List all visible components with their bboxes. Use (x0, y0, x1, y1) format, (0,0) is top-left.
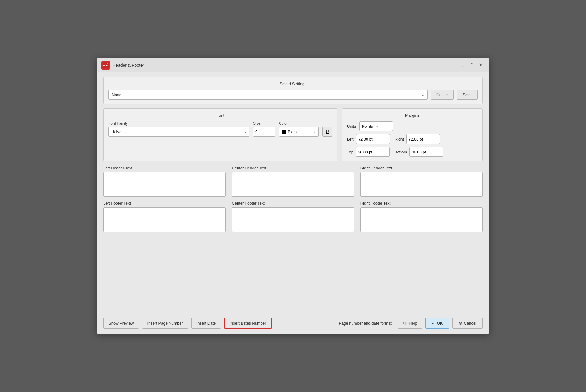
bottom-margin-input[interactable] (410, 150, 443, 154)
left-label: Left (347, 137, 354, 141)
bottom-bar: Show Preview Insert Page Number Insert D… (97, 314, 489, 334)
minimize-button[interactable]: ⌄ (459, 62, 467, 69)
font-size-label: Size (253, 121, 275, 126)
margins-left-right-row: Left ▲ ▼ Right (347, 134, 478, 144)
right-header-group: Right Header Text (360, 166, 483, 197)
help-icon: ⚙ (403, 321, 407, 326)
left-footer-input[interactable] (103, 207, 226, 232)
insert-page-number-button[interactable]: Insert Page Number (142, 318, 188, 329)
left-margin-input-wrap: ▲ ▼ (356, 134, 390, 144)
center-footer-input[interactable] (232, 207, 354, 232)
font-size-input[interactable] (253, 130, 275, 134)
bottom-left: Show Preview Insert Page Number Insert D… (103, 318, 272, 329)
units-label: Units (347, 124, 356, 129)
top-margin-input-wrap: ▲ ▼ (356, 147, 390, 157)
right-margin-item: Right ▲ ▼ (395, 134, 440, 144)
top-margin-item: Top ▲ ▼ (347, 147, 390, 157)
right-header-input[interactable] (360, 172, 483, 197)
chevron-down-icon: ⌄ (421, 93, 424, 97)
bottom-margin-item: Bottom ▲ ▼ (394, 147, 443, 157)
ok-label: OK (437, 321, 443, 326)
text-areas-section: Left Header Text Center Header Text Righ… (103, 166, 483, 232)
show-preview-button[interactable]: Show Preview (103, 318, 139, 329)
window-title: Header & Footer (112, 63, 144, 68)
left-header-group: Left Header Text (103, 166, 226, 197)
font-color-chevron-icon: ⌄ (313, 130, 316, 134)
center-header-label: Center Header Text (232, 166, 354, 170)
app-icon: PDF (101, 61, 110, 70)
center-header-group: Center Header Text (232, 166, 354, 197)
close-button[interactable]: ✕ (477, 62, 485, 69)
insert-date-button[interactable]: Insert Date (191, 318, 221, 329)
margins-top-bottom-row: Top ▲ ▼ Bottom (347, 147, 478, 157)
ok-button[interactable]: ✓ OK (425, 318, 449, 329)
insert-bates-number-button[interactable]: Insert Bates Number (224, 318, 272, 329)
title-bar-controls: ⌄ ⌃ ✕ (459, 62, 485, 69)
right-footer-group: Right Footer Text (360, 201, 483, 232)
saved-settings-title: Saved Settings (108, 81, 478, 86)
font-family-chevron-icon: ⌄ (244, 130, 247, 134)
font-family-group: Font Family Helvetica ⌄ (108, 121, 249, 137)
font-size-group: Size ▲ ▼ (253, 121, 275, 137)
cancel-button[interactable]: ⊘ Cancel (452, 318, 483, 329)
bottom-margin-input-wrap: ▲ ▼ (409, 147, 443, 157)
title-bar-left: PDF Header & Footer (101, 61, 144, 70)
underline-icon: U (326, 129, 329, 134)
top-label: Top (347, 150, 353, 154)
center-footer-group: Center Footer Text (232, 201, 354, 232)
help-button[interactable]: ⚙ Help (398, 318, 422, 329)
svg-text:PDF: PDF (103, 64, 109, 67)
units-chevron-icon: ⌄ (375, 124, 378, 128)
units-dropdown[interactable]: Points ⌄ (359, 121, 393, 131)
left-footer-label: Left Footer Text (103, 201, 226, 205)
margins-title: Margins (347, 113, 478, 118)
left-margin-input[interactable] (356, 137, 390, 141)
font-family-value: Helvetica (111, 130, 127, 134)
right-footer-label: Right Footer Text (360, 201, 483, 205)
font-color-value: Black (288, 130, 311, 134)
center-header-input[interactable] (232, 172, 354, 197)
header-text-row: Left Header Text Center Header Text Righ… (103, 166, 483, 197)
units-value: Points (362, 124, 373, 129)
footer-text-row: Left Footer Text Center Footer Text Righ… (103, 201, 483, 232)
color-swatch-black (282, 130, 286, 134)
font-family-label: Font Family (108, 121, 249, 126)
font-color-label: Color (279, 121, 319, 126)
cancel-label: Cancel (464, 321, 476, 326)
saved-settings-row: None ⌄ Delete Save (108, 90, 478, 100)
left-footer-group: Left Footer Text (103, 201, 226, 232)
saved-settings-dropdown[interactable]: None ⌄ (108, 90, 428, 100)
cancel-icon: ⊘ (459, 321, 462, 326)
left-header-input[interactable] (103, 172, 226, 197)
font-section: Font Font Family Helvetica ⌄ Size (103, 108, 337, 161)
font-controls: Font Family Helvetica ⌄ Size ▲ ▼ (108, 121, 332, 137)
margins-grid: Units Points ⌄ Left ▲ (347, 121, 478, 157)
bottom-label: Bottom (394, 150, 407, 154)
help-label: Help (409, 321, 417, 326)
top-margin-input[interactable] (356, 150, 390, 154)
margins-section: Margins Units Points ⌄ Left (342, 108, 483, 161)
right-header-label: Right Header Text (360, 166, 483, 170)
page-number-format-link[interactable]: Page number and date format (339, 321, 392, 326)
delete-button[interactable]: Delete (431, 90, 454, 100)
right-margin-input-wrap: ▲ ▼ (406, 134, 440, 144)
right-margin-input[interactable] (407, 137, 440, 141)
bottom-right: Page number and date format ⚙ Help ✓ OK … (339, 318, 483, 329)
right-label: Right (395, 137, 404, 141)
main-content: Saved Settings None ⌄ Delete Save Font F… (97, 72, 489, 314)
font-family-dropdown[interactable]: Helvetica ⌄ (108, 127, 249, 137)
left-header-label: Left Header Text (103, 166, 226, 170)
right-footer-input[interactable] (360, 207, 483, 232)
save-button[interactable]: Save (457, 90, 478, 100)
checkmark-icon: ✓ (432, 321, 435, 326)
font-color-dropdown[interactable]: Black ⌄ (279, 127, 319, 137)
font-title: Font (108, 113, 332, 118)
font-margins-row: Font Font Family Helvetica ⌄ Size (103, 108, 483, 161)
title-bar: PDF Header & Footer ⌄ ⌃ ✕ (97, 58, 489, 72)
main-window: PDF Header & Footer ⌄ ⌃ ✕ Saved Settings… (97, 58, 489, 334)
maximize-button[interactable]: ⌃ (468, 62, 476, 69)
font-size-input-wrap: ▲ ▼ (253, 127, 275, 137)
underline-button[interactable]: U (322, 127, 332, 137)
margins-units-row: Units Points ⌄ (347, 121, 478, 131)
font-color-group: Color Black ⌄ (279, 121, 319, 137)
